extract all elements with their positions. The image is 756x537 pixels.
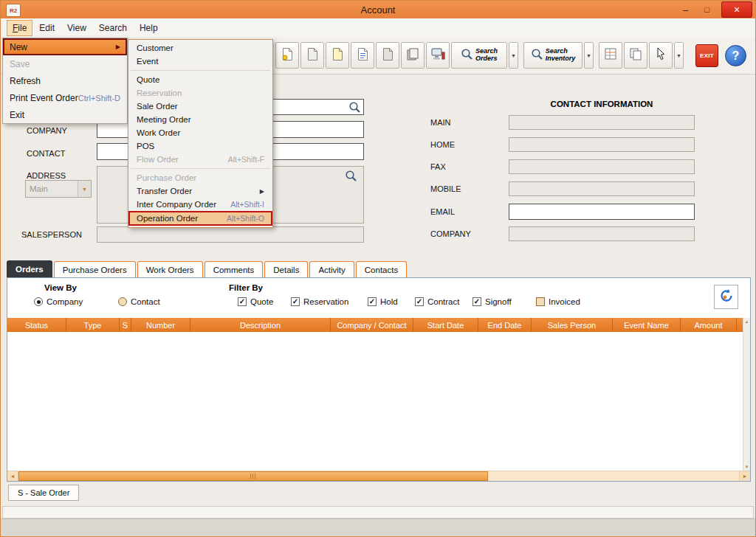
submenu-item-sale-order[interactable]: Sale Order <box>128 100 272 113</box>
filter-quote-checkbox[interactable]: ✓ Quote <box>238 297 273 306</box>
email-input[interactable] <box>509 204 695 220</box>
minimize-button[interactable]: – <box>675 1 696 18</box>
maximize-button[interactable]: □ <box>696 1 718 18</box>
shortcut-label: Alt+Shift-O <box>227 214 264 223</box>
submenu-item-pos[interactable]: POS <box>128 139 272 153</box>
workstation-icon <box>430 47 445 63</box>
column-header-amount[interactable]: Amount <box>681 318 737 332</box>
horizontal-scrollbar-thumb[interactable] <box>18 471 488 481</box>
view-by-contact-radio[interactable]: Contact <box>118 297 160 306</box>
filter-reservation-checkbox[interactable]: ✓ Reservation <box>291 297 348 306</box>
menu-item-exit[interactable]: Exit <box>3 106 127 123</box>
submenu-item-quote[interactable]: Quote <box>128 73 272 86</box>
checkbox-icon: ✓ <box>472 297 481 306</box>
horizontal-scrollbar: ◄ ► <box>7 471 750 481</box>
search-orders-label-2: Orders <box>475 55 498 62</box>
orders-panel: View By Company Contact Filter By ✓ Quot… <box>7 277 751 482</box>
search-inventory-button[interactable]: SearchInventory <box>523 42 583 69</box>
new-document-button[interactable] <box>275 42 299 69</box>
menu-item-print-event-order[interactable]: Print Event Order Ctrl+Shift-D <box>3 89 127 106</box>
column-header-description[interactable]: Description <box>190 318 331 332</box>
shortcut-label: Ctrl+Shift-D <box>78 94 120 103</box>
search-icon[interactable] <box>348 101 361 117</box>
menu-edit[interactable]: Edit <box>33 20 61 36</box>
filter-hold-checkbox[interactable]: ✓ Hold <box>368 297 398 306</box>
address-search-icon[interactable] <box>345 170 357 185</box>
column-header-event-name[interactable]: Event Name <box>613 318 681 332</box>
address-type-value: Main <box>30 184 48 193</box>
account-window: R2 Account – □ × File Edit View Search H… <box>0 0 756 537</box>
column-header-type[interactable]: Type <box>66 318 120 332</box>
tab-comments[interactable]: Comments <box>205 261 264 277</box>
submenu-item-work-order[interactable]: Work Order <box>128 126 272 139</box>
home-label: HOME <box>430 140 455 149</box>
tab-activity[interactable]: Activity <box>309 261 354 277</box>
tab-orders[interactable]: Orders <box>7 260 52 277</box>
column-header-company-contact[interactable]: Company / Contact <box>331 318 413 332</box>
company-label: COMPANY <box>27 126 67 135</box>
column-header-status[interactable]: Status <box>7 318 66 332</box>
menu-search[interactable]: Search <box>93 20 133 36</box>
column-header-end-date[interactable]: End Date <box>478 318 532 332</box>
toolbar-right: EXIT ? <box>695 44 746 67</box>
copy-button[interactable] <box>624 42 647 69</box>
close-button[interactable]: × <box>721 1 752 18</box>
grid-button[interactable] <box>599 42 622 69</box>
filter-invoiced-checkbox[interactable]: ✓ Invoiced <box>536 297 580 306</box>
submenu-item-inter-company-order[interactable]: Inter Company Order Alt+Shift-I <box>128 198 272 211</box>
salesperson-input <box>97 226 364 243</box>
checkbox-icon: ✓ <box>291 297 300 306</box>
tab-work-orders[interactable]: Work Orders <box>137 261 203 277</box>
grid-icon <box>604 47 617 63</box>
address-label: ADDRESS <box>27 171 66 180</box>
tab-details[interactable]: Details <box>264 261 308 277</box>
filter-contract-checkbox[interactable]: ✓ Contract <box>415 297 459 306</box>
menu-item-save: Save <box>3 55 127 72</box>
submenu-item-operation-order[interactable]: Operation Order Alt+Shift-O <box>128 211 272 226</box>
scroll-left-icon[interactable]: ◄ <box>7 471 18 481</box>
pointer-dropdown[interactable]: ▼ <box>674 42 684 69</box>
column-header-start-date[interactable]: Start Date <box>413 318 478 332</box>
scroll-down-icon[interactable]: ▼ <box>745 463 749 471</box>
menu-file[interactable]: File <box>7 20 32 36</box>
menu-view[interactable]: View <box>61 20 92 36</box>
menu-help[interactable]: Help <box>134 20 164 36</box>
submenu-item-customer[interactable]: Customer <box>128 41 272 55</box>
tab-bar: Orders Purchase Orders Work Orders Comme… <box>7 260 408 277</box>
filter-by-label: Filter By <box>229 283 263 292</box>
search-inventory-dropdown[interactable]: ▼ <box>584 42 594 69</box>
vertical-scrollbar[interactable]: ▲ ▼ <box>743 318 750 471</box>
scroll-right-icon[interactable]: ► <box>739 471 750 481</box>
submenu-item-event[interactable]: Event <box>128 55 272 68</box>
scroll-up-icon[interactable]: ▲ <box>745 318 749 325</box>
document-yellow-button[interactable] <box>326 42 349 69</box>
refresh-results-button[interactable] <box>714 285 738 309</box>
tab-purchase-orders[interactable]: Purchase Orders <box>54 261 136 277</box>
column-header-sales-person[interactable]: Sales Person <box>532 318 613 332</box>
search-orders-button[interactable]: SearchOrders <box>451 42 507 69</box>
documents-stack-button[interactable] <box>401 42 425 69</box>
filter-signoff-checkbox[interactable]: ✓ Signoff <box>472 297 512 306</box>
titlebar: R2 Account – □ × <box>1 1 755 18</box>
company-phone-input <box>509 226 695 241</box>
open-document-button[interactable] <box>300 42 324 69</box>
menu-item-new[interactable]: New ▶ <box>3 38 127 55</box>
view-by-company-radio[interactable]: Company <box>34 297 83 306</box>
document-lines-button[interactable] <box>351 42 374 69</box>
column-header-s[interactable]: S <box>120 318 131 332</box>
submenu-item-meeting-order[interactable]: Meeting Order <box>128 113 272 126</box>
submenu-item-transfer-order[interactable]: Transfer Order ▶ <box>128 184 272 198</box>
search-orders-dropdown[interactable]: ▼ <box>509 42 518 69</box>
main-label: MAIN <box>430 118 451 127</box>
menu-item-refresh[interactable]: Refresh <box>3 72 127 89</box>
column-header-number[interactable]: Number <box>131 318 190 332</box>
toolbar-buttons: SearchOrders ▼ SearchInventory ▼ ▼ <box>275 42 685 69</box>
pointer-button[interactable] <box>649 42 673 69</box>
help-button[interactable]: ? <box>725 45 746 66</box>
document-gray-button[interactable] <box>376 42 399 69</box>
workstation-button[interactable] <box>426 42 450 69</box>
mobile-input <box>509 181 695 196</box>
window-title: Account <box>1 1 755 18</box>
exit-button[interactable]: EXIT <box>695 44 718 67</box>
tab-contacts[interactable]: Contacts <box>356 261 407 277</box>
